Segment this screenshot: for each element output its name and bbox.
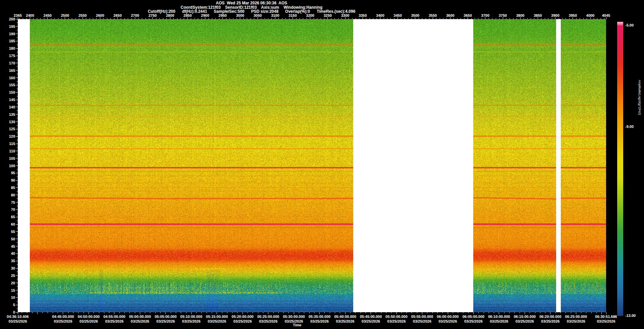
date-label: 03/25/2026 — [0, 319, 37, 323]
time-axis-minor-tick — [484, 312, 484, 313]
time-axis-tick — [37, 312, 38, 314]
left-axis-label: 95 — [2, 171, 15, 175]
time-axis-minor-tick — [427, 312, 427, 313]
time-axis-edge-tick — [606, 312, 606, 314]
time-axis-tick — [396, 312, 397, 314]
time-axis-minor-tick — [278, 312, 279, 313]
time-axis-minor-tick — [212, 312, 212, 313]
left-axis-label: 200 — [2, 17, 15, 21]
left-axis-label: 120 — [2, 134, 15, 138]
top-axis-label: 2450 — [41, 13, 54, 17]
time-axis-minor-tick — [314, 312, 315, 313]
time-axis-minor-tick — [181, 312, 181, 313]
top-axis-label: 2850 — [181, 13, 194, 17]
top-axis-label: 2900 — [199, 13, 212, 17]
colorbar — [617, 22, 623, 316]
top-axis-label: 3800 — [514, 13, 527, 17]
time-axis-minor-tick — [237, 312, 237, 313]
top-axis-label: 3450 — [391, 13, 405, 17]
time-axis-minor-tick — [22, 312, 22, 313]
left-axis-label: 85 — [2, 186, 15, 190]
left-axis-label: 30 — [2, 266, 15, 270]
time-axis-minor-tick — [335, 312, 335, 313]
time-axis-minor-tick — [489, 312, 489, 313]
top-axis-label: 2650 — [111, 13, 124, 17]
time-axis-minor-tick — [263, 312, 263, 313]
left-axis-label: 140 — [2, 105, 15, 109]
left-axis-label: 105 — [2, 156, 15, 160]
time-axis-minor-tick — [361, 312, 361, 313]
left-axis-label: 130 — [2, 120, 15, 124]
top-axis-label: 3750 — [496, 13, 509, 17]
time-axis-minor-tick — [32, 312, 33, 313]
left-axis-label: 115 — [2, 142, 15, 146]
time-axis-minor-tick — [48, 312, 48, 313]
left-axis-label: 20 — [2, 281, 15, 285]
left-axis-label: 150 — [2, 90, 15, 94]
time-axis-minor-tick — [253, 312, 253, 313]
time-axis-minor-tick — [171, 312, 171, 313]
time-axis-minor-tick — [391, 312, 391, 313]
time-axis-minor-tick — [555, 312, 556, 313]
left-axis-label: 10 — [2, 295, 15, 299]
left-axis-label: 125 — [2, 127, 15, 131]
header-title: AOS Wed 25 Mar 2026 06:30:36 AOS — [0, 1, 503, 5]
time-axis-minor-tick — [509, 312, 509, 313]
spectrogram-canvas[interactable] — [18, 19, 606, 312]
top-axis-label: 4045 — [599, 13, 613, 17]
time-axis-minor-tick — [68, 312, 68, 313]
time-axis-minor-tick — [155, 312, 156, 313]
time-axis-title: Time — [288, 323, 307, 327]
time-axis-minor-tick — [386, 312, 386, 313]
top-axis-label: 3900 — [549, 13, 562, 17]
left-axis-label: 70 — [2, 207, 15, 211]
time-axis-minor-tick — [119, 312, 120, 313]
left-axis-label: 190 — [2, 32, 15, 36]
time-axis-minor-tick — [135, 312, 135, 313]
time-axis-minor-tick — [340, 312, 340, 313]
top-axis-label: 3550 — [426, 13, 439, 17]
time-axis-minor-tick — [545, 312, 545, 313]
time-axis-minor-tick — [109, 312, 109, 313]
top-axis-label: 2600 — [93, 13, 107, 17]
time-axis-minor-tick — [504, 312, 504, 313]
top-axis-label: 3850 — [531, 13, 544, 17]
time-axis-minor-tick — [407, 312, 407, 313]
time-axis-tick — [371, 312, 371, 314]
spectrogram-window: AOS Wed 25 Mar 2026 06:30:36 AOS CoordSy… — [0, 0, 644, 329]
left-axis-label: 100 — [2, 164, 15, 168]
time-axis-minor-tick — [376, 312, 376, 313]
time-axis-minor-tick — [78, 312, 78, 313]
top-axis-label: 3300 — [338, 13, 352, 17]
time-axis-minor-tick — [330, 312, 330, 313]
time-axis-edge-tick — [18, 312, 18, 314]
top-axis-label: 3050 — [251, 13, 264, 17]
time-axis-minor-tick — [581, 312, 581, 313]
time-label: 04:36:10.406 — [0, 315, 37, 319]
time-axis-minor-tick — [381, 312, 381, 313]
time-axis-minor-tick — [540, 312, 540, 313]
time-axis-minor-tick — [58, 312, 58, 313]
time-axis-minor-tick — [324, 312, 325, 313]
left-axis-label: 80 — [2, 193, 15, 197]
time-axis-minor-tick — [150, 312, 150, 313]
top-axis-label: 3950 — [566, 13, 580, 17]
time-axis-minor-tick — [468, 312, 469, 313]
time-axis-minor-tick — [186, 312, 186, 313]
time-axis-minor-tick — [196, 312, 197, 313]
top-axis-label: 3000 — [233, 13, 247, 17]
top-axis-label: 2500 — [58, 13, 72, 17]
time-axis-minor-tick — [160, 312, 161, 313]
top-axis-label: 3200 — [304, 13, 317, 17]
time-axis-minor-tick — [442, 312, 443, 313]
time-axis-minor-tick — [176, 312, 176, 313]
time-axis-minor-tick — [560, 312, 561, 313]
top-axis-label: 2950 — [216, 13, 229, 17]
time-axis-minor-tick — [227, 312, 227, 313]
time-axis-minor-tick — [494, 312, 494, 313]
time-axis-minor-tick — [350, 312, 351, 313]
time-axis-minor-tick — [207, 312, 207, 313]
time-axis-minor-tick — [104, 312, 104, 313]
time-axis-tick — [473, 312, 474, 314]
left-axis-label: 0 — [2, 310, 15, 314]
